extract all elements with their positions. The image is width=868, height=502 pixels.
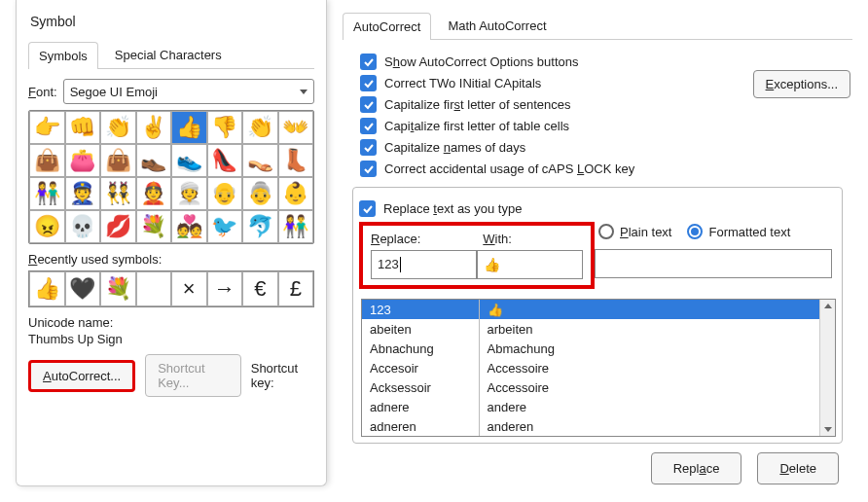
symbol-cell[interactable]: 😠 xyxy=(29,210,65,243)
symbol-cell[interactable]: 👊 xyxy=(65,111,101,144)
replace-input[interactable]: 123 xyxy=(371,250,477,279)
recent-cell[interactable]: £ xyxy=(278,271,314,306)
autocorrect-tabs: AutoCorrect Math AutoCorrect xyxy=(343,12,852,40)
autocorrect-table[interactable]: 123👍abeitenarbeitenAbnachungAbmachungAcc… xyxy=(361,299,836,437)
symbol-cell[interactable]: 👞 xyxy=(136,144,172,177)
delete-button[interactable]: Delete xyxy=(757,452,839,484)
recent-cell[interactable]: 🖤 xyxy=(65,271,101,306)
symbol-cell[interactable]: 💑 xyxy=(171,210,207,243)
plain-text-label: Plain text xyxy=(620,225,671,239)
symbol-cell[interactable]: 👛 xyxy=(65,144,101,177)
dialog-title: Symbol xyxy=(28,8,314,41)
radio-formatted-text[interactable] xyxy=(687,224,703,239)
symbol-cell[interactable]: 💀 xyxy=(65,210,101,243)
symbol-cell[interactable]: 👡 xyxy=(242,144,278,177)
symbol-cell[interactable]: 👵 xyxy=(242,177,278,210)
symbol-cell[interactable]: 👏 xyxy=(242,111,278,144)
checkbox-1[interactable] xyxy=(360,75,377,91)
symbol-cell[interactable]: 👯 xyxy=(100,177,136,210)
symbol-cell[interactable]: 👶 xyxy=(278,177,314,210)
autocorrect-dialog: AutoCorrect Math AutoCorrect Show AutoCo… xyxy=(331,0,864,502)
checkbox-3[interactable] xyxy=(360,118,377,134)
table-row[interactable]: AcksessoirAccessoire xyxy=(362,377,835,397)
table-row[interactable]: adnereandere xyxy=(362,397,835,416)
with-input[interactable]: 👍 xyxy=(477,250,583,279)
check-label: Capitalize first letter of table cells xyxy=(384,119,569,133)
symbol-cell[interactable]: 👮 xyxy=(65,177,101,210)
tab-special-characters[interactable]: Special Characters xyxy=(104,41,233,68)
symbol-cell[interactable]: 👠 xyxy=(207,144,243,177)
chevron-down-icon xyxy=(300,90,307,94)
tab-symbols[interactable]: Symbols xyxy=(28,42,98,69)
with-label: With: xyxy=(483,232,512,246)
symbol-cell[interactable]: 👴 xyxy=(207,177,243,210)
table-row[interactable]: AccesoirAccessoire xyxy=(362,358,835,377)
radio-plain-text[interactable] xyxy=(598,224,614,239)
check-label: Correct accidental usage of cAPS LOCK ke… xyxy=(384,161,634,176)
table-row[interactable]: abeitenarbeiten xyxy=(362,319,835,339)
checkbox-replace-text[interactable] xyxy=(359,200,376,217)
recent-cell[interactable]: € xyxy=(242,271,278,306)
check-label: Capitalize names of days xyxy=(384,140,525,155)
autocorrect-button[interactable]: AutoCorrect... xyxy=(28,360,135,392)
shortcut-key-label: Shortcut key: xyxy=(251,361,314,390)
recent-cell[interactable]: 💐 xyxy=(100,271,136,306)
font-select[interactable]: Segoe UI Emoji xyxy=(63,79,314,104)
formatted-text-label: Formatted text xyxy=(708,225,790,239)
symbol-dialog: Symbol Symbols Special Characters Font: … xyxy=(16,0,327,486)
recent-cell[interactable]: 👍 xyxy=(29,271,65,306)
recent-cell[interactable]: → xyxy=(207,271,243,306)
symbol-cell[interactable]: 👟 xyxy=(171,144,207,177)
symbol-cell[interactable]: 💐 xyxy=(136,210,172,243)
replace-text-label: Replace text as you type xyxy=(383,201,522,216)
checkbox-2[interactable] xyxy=(360,96,377,113)
tab-math-autocorrect[interactable]: Math AutoCorrect xyxy=(437,12,557,39)
tab-autocorrect[interactable]: AutoCorrect xyxy=(343,13,431,40)
font-value: Segoe UI Emoji xyxy=(70,85,158,99)
table-row[interactable]: adnerenanderen xyxy=(362,416,835,436)
symbol-cell[interactable]: 👜 xyxy=(29,144,65,177)
symbol-cell[interactable]: ✌ xyxy=(136,111,172,144)
symbol-cell[interactable]: 👳 xyxy=(171,177,207,210)
table-row[interactable]: 123👍 xyxy=(362,300,835,319)
with-input-extended[interactable] xyxy=(595,249,832,278)
check-label: Capitalize first letter of sentences xyxy=(384,97,570,112)
recent-label: Recently used symbols: xyxy=(28,252,314,267)
symbol-cell[interactable]: 👢 xyxy=(278,144,314,177)
recent-cell[interactable]: × xyxy=(171,271,207,306)
recent-symbols[interactable]: 👍🖤💐×→€£ xyxy=(28,270,314,307)
replace-fieldset: Replace text as you type Replace: With: … xyxy=(352,187,843,444)
symbol-cell[interactable]: 🐦 xyxy=(207,210,243,243)
symbol-cell[interactable]: 👐 xyxy=(278,111,314,144)
symbol-tabs: Symbols Special Characters xyxy=(28,41,314,69)
checkbox-0[interactable] xyxy=(360,54,377,70)
recent-cell[interactable] xyxy=(136,271,172,306)
replace-label: Replace: xyxy=(371,232,420,246)
exceptions-button[interactable]: Exceptions... xyxy=(753,70,850,98)
scrollbar[interactable] xyxy=(819,300,835,436)
symbol-cell[interactable]: 👏 xyxy=(100,111,136,144)
unicode-name: Thumbs Up Sign xyxy=(28,332,314,346)
replace-button[interactable]: Replace xyxy=(651,452,742,484)
symbol-cell[interactable]: 👲 xyxy=(136,177,172,210)
shortcut-key-button[interactable]: Shortcut Key... xyxy=(145,354,241,397)
unicode-label: Unicode name: xyxy=(28,315,314,330)
symbol-cell[interactable]: 👜 xyxy=(100,144,136,177)
symbol-cell[interactable]: 👍 xyxy=(171,111,207,144)
symbol-cell[interactable]: 👫 xyxy=(29,177,65,210)
symbol-cell[interactable]: 👫 xyxy=(278,210,314,243)
symbol-cell[interactable]: 👉 xyxy=(29,111,65,144)
table-row[interactable]: AbnachungAbmachung xyxy=(362,339,835,358)
check-label: Correct TWo INitial CApitals xyxy=(384,76,541,90)
symbol-grid[interactable]: 👉👊👏✌👍👎👏👐👜👛👜👞👟👠👡👢👫👮👯👲👳👴👵👶😠💀💋💐💑🐦🐬👫 xyxy=(28,110,314,244)
check-label: Show AutoCorrect Options buttons xyxy=(384,54,578,69)
symbol-cell[interactable]: 💋 xyxy=(100,210,136,243)
font-label: Font: xyxy=(28,85,57,99)
checkbox-5[interactable] xyxy=(360,161,377,177)
symbol-cell[interactable]: 👎 xyxy=(207,111,243,144)
checkbox-4[interactable] xyxy=(360,139,377,156)
symbol-cell[interactable]: 🐬 xyxy=(242,210,278,243)
replace-with-highlight: Replace: With: 123 👍 xyxy=(359,222,595,289)
